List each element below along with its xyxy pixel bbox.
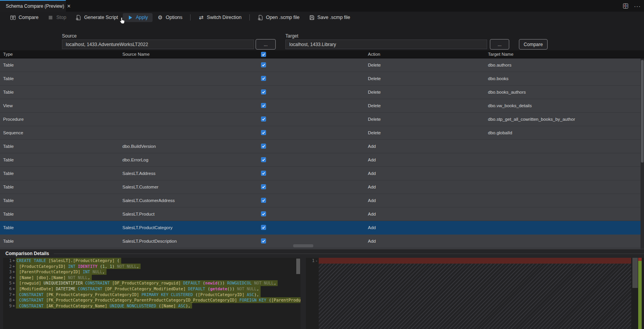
row-target-name: dbo.vw_books_details	[488, 99, 532, 112]
row-type: Table	[3, 58, 14, 72]
target-browse-button[interactable]: ...	[490, 39, 509, 50]
open-file-icon	[258, 15, 263, 21]
row-action: Add	[368, 235, 376, 248]
save-icon	[309, 15, 315, 21]
row-include-checkbox[interactable]	[261, 130, 266, 135]
row-type: Table	[3, 140, 14, 153]
tab-schema-compare[interactable]: Schema Compare (Preview) ✕	[0, 0, 66, 12]
diff-code-line: 1-	[306, 258, 319, 264]
compare-action-button[interactable]: Compare	[519, 39, 548, 50]
stop-button[interactable]: Stop	[43, 13, 71, 22]
diff-right-scrollbar-thumb[interactable]	[632, 258, 638, 288]
row-type: Table	[3, 221, 14, 234]
open-scmp-button[interactable]: Open .scmp file	[253, 13, 304, 22]
table-row[interactable]: Table SalesLT.Customer Add	[0, 180, 644, 194]
row-action: Add	[368, 207, 376, 221]
row-target-name: dbo.books	[488, 72, 508, 85]
source-browse-button[interactable]: ...	[256, 39, 276, 50]
row-include-checkbox[interactable]	[261, 225, 266, 230]
row-type: View	[3, 99, 13, 112]
row-source-name: SalesLT.ProductDescription	[122, 235, 177, 248]
row-action: Delete	[368, 72, 381, 85]
toolbar-divider	[190, 14, 191, 21]
table-row[interactable]: Table SalesLT.Address Add	[0, 167, 644, 180]
diff-code-line: 6+ [ModifiedDate] DATETIME CONSTRAINT [D…	[3, 286, 301, 292]
column-header-target[interactable]: Target Name	[488, 50, 513, 58]
row-action: Add	[368, 194, 376, 207]
row-include-checkbox[interactable]	[261, 76, 266, 81]
more-actions-icon[interactable]: ···	[634, 3, 641, 9]
diff-code-line: 4+ [Name] [dbo].[Name] NOT NULL,	[3, 275, 301, 281]
generate-script-button[interactable]: Generate Script	[71, 13, 123, 22]
select-all-checkbox[interactable]	[261, 52, 266, 57]
row-include-checkbox[interactable]	[261, 211, 266, 216]
table-row[interactable]: Table SalesLT.ProductDescription Add	[0, 235, 644, 248]
row-type: Table	[3, 207, 14, 221]
table-row[interactable]: Table SalesLT.Product Add	[0, 207, 644, 221]
row-include-checkbox[interactable]	[261, 144, 266, 149]
grid-horizontal-scrollbar-thumb[interactable]	[293, 244, 313, 247]
table-row[interactable]: Table Delete dbo.books	[0, 72, 644, 86]
stop-icon	[48, 15, 53, 21]
table-row[interactable]: Sequence Delete dbo.globalId	[0, 126, 644, 140]
row-include-checkbox[interactable]	[261, 157, 266, 162]
row-type: Table	[3, 86, 14, 99]
row-include-checkbox[interactable]	[261, 238, 266, 243]
table-row[interactable]: Table Delete dbo.books_authors	[0, 86, 644, 99]
row-type: Sequence	[3, 126, 23, 139]
row-action: Add	[368, 140, 376, 153]
switch-direction-button[interactable]: ⇄ Switch Direction	[194, 13, 246, 22]
gear-icon: ⚙	[157, 15, 163, 21]
diff-source-pane[interactable]: 1+CREATE TABLE [SalesLT].[ProductCategor…	[3, 258, 301, 329]
diff-removed-line	[319, 258, 631, 264]
tab-close-icon[interactable]: ✕	[67, 3, 71, 9]
row-include-checkbox[interactable]	[261, 198, 266, 203]
source-input[interactable]	[62, 39, 254, 49]
row-include-checkbox[interactable]	[261, 117, 266, 122]
row-type: Table	[3, 72, 14, 85]
column-header-source[interactable]: Source Name	[122, 50, 149, 58]
grid-vertical-scrollbar-thumb[interactable]	[641, 60, 644, 163]
compare-button[interactable]: Compare	[5, 13, 43, 22]
row-action: Add	[368, 167, 376, 180]
options-button[interactable]: ⚙ Options	[153, 13, 187, 22]
diff-left-scrollbar-thumb[interactable]	[296, 259, 300, 274]
apply-button[interactable]: Apply	[123, 13, 153, 22]
switch-direction-icon: ⇄	[198, 15, 204, 21]
diff-code-line: 7+ CONSTRAINT [PK_ProductCategory_Produc…	[3, 292, 301, 298]
row-action: Add	[368, 221, 376, 234]
row-target-name: dbo.stp_get_all_cowritten_books_by_autho…	[488, 113, 575, 126]
table-row[interactable]: Table dbo.ErrorLog Add	[0, 153, 644, 167]
schema-compare-toolbar: Compare Stop Generate Script Apply ⚙	[0, 12, 644, 23]
diff-target-pane[interactable]: 1-	[306, 258, 644, 329]
tab-title: Schema Compare (Preview)	[6, 3, 64, 9]
table-row[interactable]: View Delete dbo.vw_books_details	[0, 99, 644, 113]
diff-code-line: 8+ CONSTRAINT [FK_ProductCategory_Produc…	[3, 297, 301, 303]
row-source-name: SalesLT.ProductCategory	[122, 221, 173, 234]
details-title-rule	[54, 254, 644, 254]
target-input[interactable]	[285, 39, 487, 49]
table-row[interactable]: Table Delete dbo.authors	[0, 58, 644, 72]
toolbar-divider	[249, 14, 250, 21]
row-include-checkbox[interactable]	[261, 89, 266, 94]
table-row[interactable]: Table dbo.BuildVersion Add	[0, 140, 644, 153]
row-source-name: dbo.ErrorLog	[122, 153, 148, 166]
row-include-checkbox[interactable]	[261, 171, 266, 176]
grid-vertical-scrollbar[interactable]	[641, 58, 644, 249]
table-row[interactable]: Table SalesLT.ProductCategory Add	[0, 221, 644, 235]
row-source-name: SalesLT.CustomerAddress	[122, 194, 175, 207]
row-action: Add	[368, 180, 376, 194]
split-editor-icon[interactable]	[623, 3, 629, 9]
table-row[interactable]: Procedure Delete dbo.stp_get_all_cowritt…	[0, 113, 644, 126]
row-target-name: dbo.globalId	[488, 126, 512, 139]
row-include-checkbox[interactable]	[261, 62, 266, 67]
diff-code-line: 1+CREATE TABLE [SalesLT].[ProductCategor…	[3, 258, 301, 264]
row-include-checkbox[interactable]	[261, 103, 266, 108]
row-include-checkbox[interactable]	[261, 184, 266, 189]
column-header-action[interactable]: Action	[368, 50, 380, 58]
column-header-type[interactable]: Type	[3, 50, 13, 58]
table-row[interactable]: Table SalesLT.CustomerAddress Add	[0, 194, 644, 207]
apply-play-icon	[127, 15, 133, 21]
row-action: Delete	[368, 86, 381, 99]
save-scmp-button[interactable]: Save .scmp file	[304, 13, 355, 22]
